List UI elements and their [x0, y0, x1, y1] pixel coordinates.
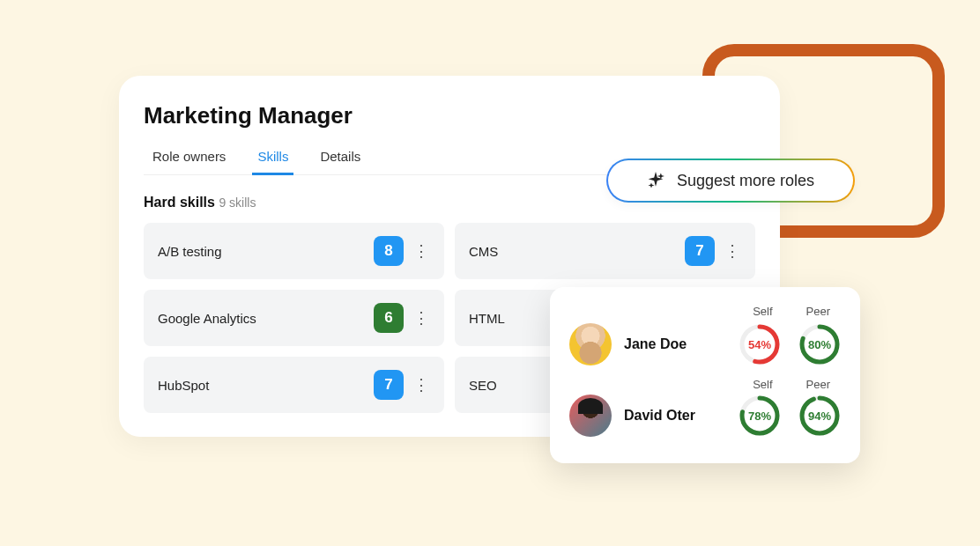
sparkle-icon [647, 172, 664, 189]
skill-item[interactable]: CMS 7 ⋮ [455, 223, 755, 279]
tab-skills[interactable]: Skills [257, 149, 288, 174]
skill-item[interactable]: HubSpot 7 ⋮ [144, 357, 444, 413]
suggest-more-roles-button[interactable]: Suggest more roles [606, 159, 855, 203]
peer-pct: 94% [798, 395, 841, 437]
skill-name: A/B testing [158, 244, 374, 259]
tab-details[interactable]: Details [320, 149, 360, 174]
skill-score: 7 [374, 370, 404, 400]
section-count: 9 skills [219, 196, 256, 210]
page-title: Marketing Manager [144, 102, 755, 129]
column-headers: Self Peer [569, 305, 841, 318]
self-pct: 54% [739, 323, 781, 365]
skill-name: HubSpot [158, 378, 374, 393]
avatar [569, 395, 612, 437]
col-self: Self [753, 378, 772, 391]
more-icon[interactable]: ⋮ [412, 310, 430, 326]
person-row[interactable]: Jane Doe 54% 80% [569, 323, 841, 365]
tab-role-owners[interactable]: Role owners [152, 149, 226, 174]
suggest-label: Suggest more roles [677, 172, 814, 190]
skill-score: 6 [374, 303, 404, 333]
avatar [569, 323, 612, 365]
self-ring: 78% [739, 395, 781, 437]
section-label: Hard skills [144, 195, 215, 210]
peer-pct: 80% [798, 323, 841, 365]
peer-ring: 94% [798, 395, 841, 437]
self-pct: 78% [739, 395, 781, 437]
people-card: Self Peer Jane Doe 54% 80% Self [550, 287, 860, 463]
skill-item[interactable]: Google Analytics 6 ⋮ [144, 290, 444, 346]
person-name: David Oter [624, 408, 739, 424]
skill-item[interactable]: A/B testing 8 ⋮ [144, 223, 444, 279]
person-name: Jane Doe [624, 336, 739, 352]
col-peer: Peer [806, 378, 830, 391]
more-icon[interactable]: ⋮ [724, 243, 741, 259]
skill-score: 7 [685, 236, 715, 266]
self-ring: 54% [739, 323, 781, 365]
skill-name: Google Analytics [158, 311, 374, 326]
peer-ring: 80% [798, 323, 841, 365]
column-headers: Self Peer [569, 378, 841, 391]
score-rings: 54% 80% [739, 323, 841, 365]
skill-name: CMS [469, 244, 685, 259]
more-icon[interactable]: ⋮ [412, 377, 430, 393]
person-row[interactable]: David Oter 78% 94% [569, 395, 841, 437]
col-self: Self [753, 305, 772, 318]
col-peer: Peer [806, 305, 830, 318]
skill-score: 8 [374, 236, 404, 266]
score-rings: 78% 94% [739, 395, 841, 437]
more-icon[interactable]: ⋮ [412, 243, 430, 259]
